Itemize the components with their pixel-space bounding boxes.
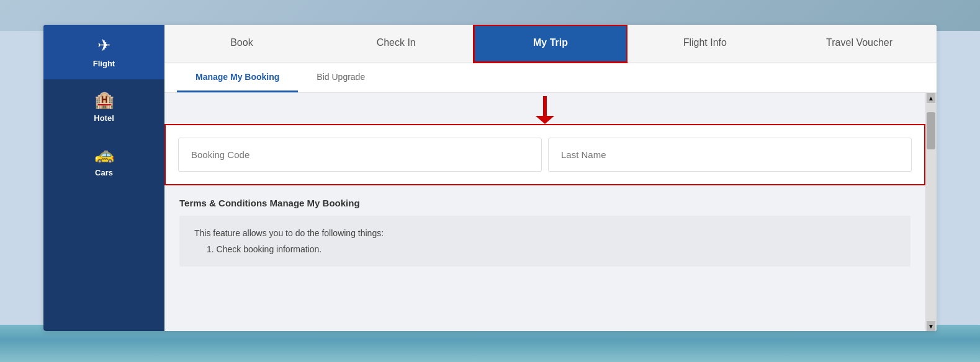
sidebar-item-hotel[interactable]: 🏨 Hotel [43,79,164,134]
svg-rect-0 [543,96,547,116]
subtab-bar: Manage My Booking Bid Upgrade [164,63,937,93]
sidebar-item-flight[interactable]: ✈ Flight [43,25,164,79]
sidebar-item-cars[interactable]: 🚕 Cars [43,134,164,188]
scrollbar-down[interactable]: ▼ [927,321,935,331]
terms-title: Terms & Conditions Manage My Booking [179,198,910,208]
last-name-input[interactable] [548,138,912,172]
red-arrow-annotation [533,93,557,124]
form-section [164,124,925,185]
sidebar: ✈ Flight 🏨 Hotel 🚕 Cars [43,25,164,331]
scrollbar[interactable]: ▲ ▼ [925,93,937,331]
arrow-area [164,93,925,124]
tab-mytrip[interactable]: My Trip [474,25,628,63]
booking-code-input[interactable] [178,138,542,172]
main-content: Terms & Conditions Manage My Booking Thi… [164,93,925,331]
content-area: Book Check In My Trip Flight Info Travel… [164,25,937,331]
scrollbar-thumb[interactable] [927,112,935,149]
subtab-manage-booking[interactable]: Manage My Booking [177,63,298,92]
tab-book[interactable]: Book [164,25,319,63]
terms-intro: This feature allows you to do the follow… [194,228,896,238]
svg-marker-1 [536,116,554,124]
scrollbar-up[interactable]: ▲ [927,93,935,103]
terms-box: This feature allows you to do the follow… [179,216,910,267]
subtab-bid-upgrade[interactable]: Bid Upgrade [298,63,384,92]
tab-bar: Book Check In My Trip Flight Info Travel… [164,25,937,63]
terms-item-1: 1. Check booking information. [194,244,896,254]
tab-travelvoucher[interactable]: Travel Voucher [782,25,937,63]
flight-icon: ✈ [97,36,111,55]
hotel-icon: 🏨 [94,90,114,110]
main-container: ✈ Flight 🏨 Hotel 🚕 Cars Book Check In My… [43,25,937,331]
tab-checkin[interactable]: Check In [319,25,474,63]
terms-section: Terms & Conditions Manage My Booking Thi… [164,185,925,279]
sidebar-flight-label: Flight [93,59,115,68]
sidebar-cars-label: Cars [95,168,113,177]
sidebar-hotel-label: Hotel [94,113,114,123]
tab-flightinfo[interactable]: Flight Info [627,25,782,63]
cars-icon: 🚕 [94,145,114,164]
